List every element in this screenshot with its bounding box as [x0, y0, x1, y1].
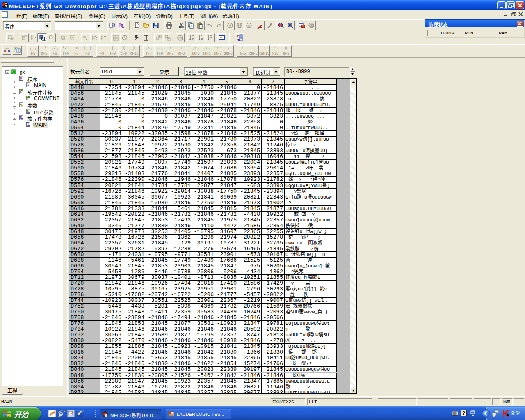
svg-text:NBR: NBR [247, 25, 252, 27]
